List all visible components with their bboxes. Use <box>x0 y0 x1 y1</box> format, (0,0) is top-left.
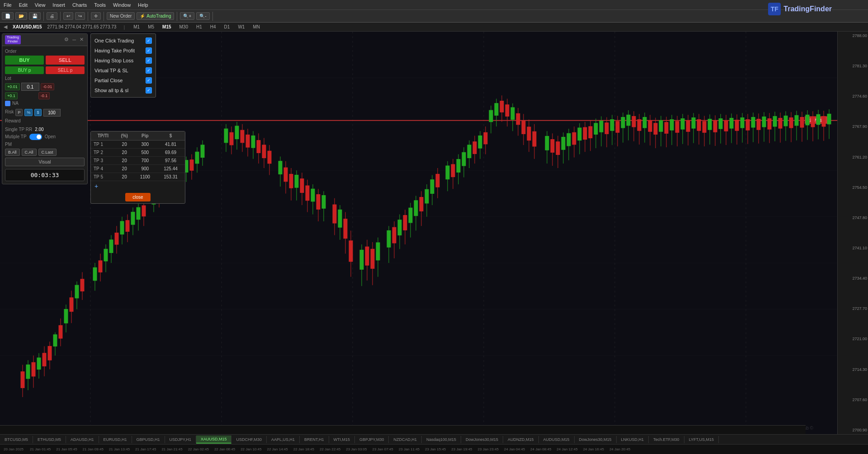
svg-rect-98 <box>268 151 271 164</box>
svg-rect-84 <box>230 132 233 145</box>
tab-ethusd[interactable]: ETHUSD,M5 <box>33 436 66 443</box>
tab-audnzd[interactable]: AUDNZD,M15 <box>503 436 539 443</box>
toolbar-print[interactable]: 🖨 <box>47 12 57 20</box>
svg-rect-128 <box>365 247 369 265</box>
price-2714: 2714.30 <box>839 367 867 372</box>
tab-gbpjpy[interactable]: GBPJPY,M30 <box>355 436 389 443</box>
tf-m5[interactable]: M5 <box>146 24 156 30</box>
menu-insert[interactable]: Insert <box>52 2 65 8</box>
virtual-tp-sl-checkbox[interactable]: ✓ <box>146 67 152 74</box>
widget-settings-button[interactable]: ⚙ <box>63 37 70 42</box>
svg-rect-180 <box>516 113 520 125</box>
risk-pct-button[interactable]: % <box>24 109 33 116</box>
tab-wti[interactable]: WTI,M15 <box>329 436 355 443</box>
tab-eurusd[interactable]: EURUSD,H1 <box>99 436 132 443</box>
b-all-button[interactable]: B.All <box>5 149 20 156</box>
one-click-trading-checkbox[interactable]: ✓ <box>146 37 152 44</box>
show-all-tp-sl-checkbox[interactable]: ✓ <box>146 87 152 94</box>
tab-xauusd[interactable]: XAUUSD,M15 <box>196 435 232 444</box>
dropdown-virtual-tp-sl[interactable]: Virtual TP & SL ✓ <box>91 66 156 75</box>
dropdown-one-click-trading[interactable]: One Click Trading ✓ <box>91 36 156 46</box>
tp-add-button[interactable]: + <box>91 181 185 191</box>
visual-button[interactable]: Visual <box>5 158 85 166</box>
having-take-profit-checkbox[interactable]: ✓ <box>146 47 152 54</box>
zoom-out-button[interactable]: 🔍- <box>196 12 209 20</box>
tf-h1[interactable]: H1 <box>195 24 203 30</box>
lot-plus-1-button[interactable]: +0.1 <box>5 92 18 99</box>
tab-dowjones[interactable]: DowJones30,M15 <box>461 436 503 443</box>
tp1-pct: 20 <box>115 140 134 149</box>
svg-rect-162 <box>467 145 471 158</box>
buy-p-button[interactable]: BUY p <box>5 66 44 74</box>
menu-charts[interactable]: Charts <box>72 2 87 8</box>
lot-minus-1-button[interactable]: -0.1 <box>38 92 50 99</box>
tab-lyft[interactable]: LYFT,US,M15 <box>684 436 719 443</box>
widget-minimize-button[interactable]: ─ <box>71 37 77 42</box>
toolbar-crosshair[interactable]: ✛ <box>91 12 101 20</box>
toolbar-new[interactable]: 📄 <box>2 12 14 20</box>
open-label: Open <box>45 134 56 139</box>
tf-m30[interactable]: M30 <box>178 24 189 30</box>
having-stop-loss-checkbox[interactable]: ✓ <box>146 57 152 64</box>
risk-p-button[interactable]: P <box>15 109 23 116</box>
menu-file[interactable]: File <box>4 2 12 8</box>
sell-p-button[interactable]: SELL p <box>46 66 85 74</box>
new-order-button[interactable]: New Order <box>107 12 135 20</box>
lot-plus-01-button[interactable]: +0.01 <box>5 83 20 90</box>
risk-value-input[interactable] <box>43 109 61 117</box>
menu-edit[interactable]: Edit <box>19 2 28 8</box>
toolbar-undo[interactable]: ↩ <box>63 12 73 20</box>
tf-w1[interactable]: W1 <box>236 24 246 30</box>
sell-button[interactable]: SELL <box>46 56 85 65</box>
widget-close-button[interactable]: ✕ <box>79 37 85 42</box>
tp2-dollar: 69.69 <box>156 149 185 157</box>
multiple-tp-toggle[interactable] <box>29 134 42 140</box>
tp-close-button[interactable]: close <box>125 193 150 201</box>
dropdown-having-take-profit[interactable]: Having Take Profit ✓ <box>91 46 156 56</box>
tab-lnkusd[interactable]: LNKUSD,H1 <box>617 436 649 443</box>
tab-brent[interactable]: BRENT,H1 <box>300 436 329 443</box>
tab-adausd[interactable]: ADAUSD,H1 <box>66 436 99 443</box>
partial-close-checkbox[interactable]: ✓ <box>146 77 152 84</box>
toolbar-save[interactable]: 💾 <box>29 12 41 20</box>
menu-tools[interactable]: Tools <box>94 2 106 8</box>
tab-usdchf[interactable]: USDCHF,M30 <box>231 436 267 443</box>
tab-nzdcad[interactable]: NZDCAD,H1 <box>389 436 422 443</box>
buy-button[interactable]: BUY <box>5 56 44 65</box>
tf-m1[interactable]: M1 <box>132 24 141 30</box>
tab-aapl[interactable]: AAPL,US,H1 <box>267 436 300 443</box>
risk-s-button[interactable]: $ <box>34 109 41 116</box>
dropdown-partial-close[interactable]: Partial Close ✓ <box>91 75 156 85</box>
symbol-arrow[interactable]: ◀ <box>4 24 7 30</box>
auto-trading-button[interactable]: ⚡ AutoTrading <box>137 12 174 20</box>
tab-dowjones2[interactable]: DowJones30,M15 <box>575 436 617 443</box>
menu-view[interactable]: View <box>35 2 46 8</box>
svg-rect-194 <box>561 137 565 150</box>
lot-section: Lot +0.01 -0.01 +0.1 -0.1 NA <box>5 76 85 106</box>
tab-nasdaq[interactable]: Nasdaq100,M15 <box>422 436 461 443</box>
svg-rect-184 <box>527 127 531 140</box>
tab-btcusd[interactable]: BTCUSD,M5 <box>0 436 33 443</box>
dropdown-show-all-tp-sl[interactable]: Show all tp & sl ✓ <box>91 85 156 95</box>
toolbar-open[interactable]: 📂 <box>15 12 27 20</box>
toolbar-redo[interactable]: ↪ <box>75 12 85 20</box>
c-all-button[interactable]: C.All <box>22 149 37 156</box>
svg-rect-142 <box>409 208 412 223</box>
zoom-in-button[interactable]: 🔍+ <box>180 12 194 20</box>
dropdown-having-stop-loss[interactable]: Having Stop Loss ✓ <box>91 56 156 66</box>
tab-audusd[interactable]: AUDUSD,M15 <box>539 436 575 443</box>
tf-mn[interactable]: MN <box>251 24 261 30</box>
lot-minus-01-button[interactable]: -0.01 <box>41 83 55 90</box>
svg-rect-236 <box>675 122 679 133</box>
partial-close-label: Partial Close <box>94 78 142 83</box>
tab-usdjpy[interactable]: USDJPY,H1 <box>165 436 196 443</box>
menu-help[interactable]: Help <box>138 2 148 8</box>
c-last-button[interactable]: C.Last <box>38 149 57 156</box>
lot-input[interactable] <box>21 83 39 91</box>
tf-h4[interactable]: H4 <box>209 24 217 30</box>
tf-m15[interactable]: M15 <box>161 24 172 30</box>
tf-d1[interactable]: D1 <box>223 24 231 30</box>
tab-tech-etf[interactable]: Tech.ETF,M30 <box>649 436 684 443</box>
menu-window[interactable]: Window <box>113 2 131 8</box>
tab-gbpusd[interactable]: GBPUSD,H1 <box>132 436 165 443</box>
